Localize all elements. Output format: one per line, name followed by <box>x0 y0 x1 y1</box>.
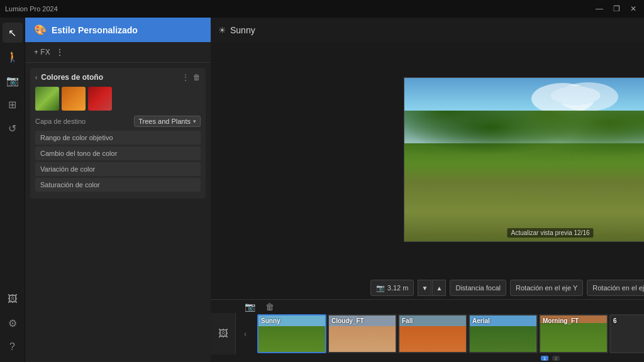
camera-down-btn[interactable]: ▼ <box>418 280 431 296</box>
view-header: ☀ Sunny FX <box>211 18 644 43</box>
settings-item-2[interactable]: Variación de color <box>35 162 201 176</box>
titlebar: Lumion Pro 2024 — ❐ ✕ <box>0 0 644 18</box>
fx-menu-button[interactable]: ⋮ <box>55 47 64 57</box>
scene-thumb-2[interactable]: Cloudy_FT <box>328 314 397 353</box>
scene-thumb-1[interactable]: Sunny <box>257 314 326 353</box>
effect-delete-button[interactable]: 🗑 <box>193 73 201 82</box>
close-button[interactable]: ✕ <box>628 4 639 13</box>
camera-up-btn[interactable]: ▲ <box>432 280 446 296</box>
view-title: ☀ Sunny <box>218 25 255 35</box>
viewport-trees <box>404 111 644 192</box>
strip-prev-btn[interactable]: ‹ <box>236 313 255 354</box>
settings-item-1[interactable]: Cambio del tono de color <box>35 146 201 160</box>
gallery-icon: 🖼 <box>218 328 228 339</box>
strip-delete-btn[interactable]: 🗑 <box>263 300 277 313</box>
viewport[interactable]: Actualizar vista previa 12/16 <box>404 77 644 242</box>
effect-thumb-2[interactable] <box>62 87 86 111</box>
main-layout: ↖ 🚶 📷 ⊞ ↺ 🖼 ⚙ ? 🎨 Estilo Personalizado +… <box>0 18 644 362</box>
settings-item-0[interactable]: Rango de color objetivo <box>35 131 201 145</box>
strip-panel-icon[interactable]: 🖼 <box>211 313 236 354</box>
effect-header: ‹ Colores de otoño ⋮ 🗑 <box>35 73 201 82</box>
effect-menu-button[interactable]: ⋮ <box>182 73 189 82</box>
sidebar-item-gallery[interactable]: 🖼 <box>3 289 23 309</box>
sidebar-item-layers[interactable]: ⊞ <box>3 94 23 114</box>
camera-distance-btn[interactable]: 📷 3.12 m <box>370 280 414 296</box>
sun-icon: ☀ <box>218 25 226 35</box>
window-controls: — ❐ ✕ <box>593 4 639 13</box>
scene-thumb-3[interactable]: Fall <box>398 314 467 353</box>
scene-label-1: Sunny <box>261 317 280 324</box>
scene-label-5: Morning_FT <box>543 317 579 324</box>
effect-thumb-1[interactable] <box>35 87 59 111</box>
strip-content: 🖼 ‹ Sunny Cloudy_FT Fall <box>211 313 644 354</box>
fx-add-button[interactable]: + FX <box>34 48 50 57</box>
camera-toolbar: 📷 3.12 m ▼ ▲ Distancia focal Rotación en… <box>211 277 644 299</box>
effect-thumbnails <box>35 87 201 111</box>
scene-thumbnails: Sunny Cloudy_FT Fall Aerial <box>255 313 644 354</box>
effect-thumb-3[interactable] <box>88 87 112 111</box>
effect-title-row: ‹ Colores de otoño <box>35 73 103 82</box>
app-title: Lumion Pro 2024 <box>5 5 58 13</box>
fx-toolbar: + FX ⋮ <box>25 42 211 63</box>
right-panel: ☀ Sunny FX Actualizar vista previa 12/16… <box>211 18 644 362</box>
scene-thumb-5[interactable]: Morning_FT <box>539 314 608 353</box>
scene-label-4: Aerial <box>472 317 490 324</box>
left-panel: 🎨 Estilo Personalizado + FX ⋮ ‹ Colores … <box>25 18 211 362</box>
scene-thumb-4[interactable]: Aerial <box>469 314 538 353</box>
effect-collapse-button[interactable]: ‹ <box>35 74 37 81</box>
sidebar-item-cursor[interactable]: ↖ <box>3 23 23 43</box>
settings-item-3[interactable]: Saturación de color <box>35 178 201 192</box>
rotation-x-btn[interactable]: Rotación en el eje X <box>587 280 644 296</box>
target-layer-label: Capa de destino <box>35 118 86 125</box>
scene-thumb-6[interactable]: 📷 6 <box>609 314 644 353</box>
camera-icon: 📷 <box>376 284 385 292</box>
style-header-title: Estilo Personalizado <box>52 25 138 35</box>
icon-bar: ↖ 🚶 📷 ⊞ ↺ 🖼 ⚙ ? <box>0 18 25 362</box>
strip-toolbar: 📷 🗑 <box>211 300 644 313</box>
rotation-y-btn[interactable]: Rotación en el eje Y <box>510 280 583 296</box>
strip-camera-btn[interactable]: 📷 <box>242 300 258 313</box>
target-layer-select[interactable]: Trees and Plants ▾ <box>134 116 201 127</box>
minimize-button[interactable]: — <box>593 4 606 13</box>
sidebar-item-help[interactable]: ? <box>3 337 23 357</box>
viewport-clouds <box>550 86 601 105</box>
effect-title: Colores de otoño <box>41 73 103 82</box>
empty-icon-6: 📷 <box>611 352 644 353</box>
view-title-text: Sunny <box>230 25 255 35</box>
viewport-preview-text: Actualizar vista previa 12/16 <box>507 228 593 238</box>
settings-list: Rango de color objetivo Cambio del tono … <box>35 131 201 192</box>
bottom-footer: 1 2 <box>211 354 644 362</box>
sidebar-item-person[interactable]: 🚶 <box>3 47 23 67</box>
scene-label-3: Fall <box>402 317 413 324</box>
focal-distance-btn[interactable]: Distancia focal <box>450 280 506 296</box>
page-dot-2[interactable]: 2 <box>552 356 560 361</box>
target-layer-value: Trees and Plants <box>138 118 191 125</box>
target-layer-row: Capa de destino Trees and Plants ▾ <box>35 116 201 127</box>
viewport-container: Actualizar vista previa 12/16 F11 F8 F6 … <box>211 43 644 277</box>
maximize-button[interactable]: ❐ <box>611 4 623 13</box>
chevron-down-icon: ▾ <box>193 118 196 124</box>
camera-arrows: ▼ ▲ <box>418 280 446 296</box>
sidebar-item-settings[interactable]: ⚙ <box>3 313 23 333</box>
page-dot-1[interactable]: 1 <box>541 356 548 361</box>
style-header-icon: 🎨 <box>34 24 47 36</box>
scene-label-6: 6 <box>613 317 617 324</box>
sidebar-item-camera[interactable]: 📷 <box>3 70 23 90</box>
effect-actions: ⋮ 🗑 <box>182 73 201 82</box>
bottom-strip: 📷 🗑 🖼 ‹ Sunny Cloud <box>211 299 644 362</box>
effect-card: ‹ Colores de otoño ⋮ 🗑 Capa de destino T… <box>30 68 206 199</box>
scene-label-2: Cloudy_FT <box>331 317 364 324</box>
style-header: 🎨 Estilo Personalizado <box>25 18 211 42</box>
camera-distance-value: 3.12 m <box>387 284 409 292</box>
sidebar-item-effects[interactable]: ↺ <box>3 118 23 138</box>
